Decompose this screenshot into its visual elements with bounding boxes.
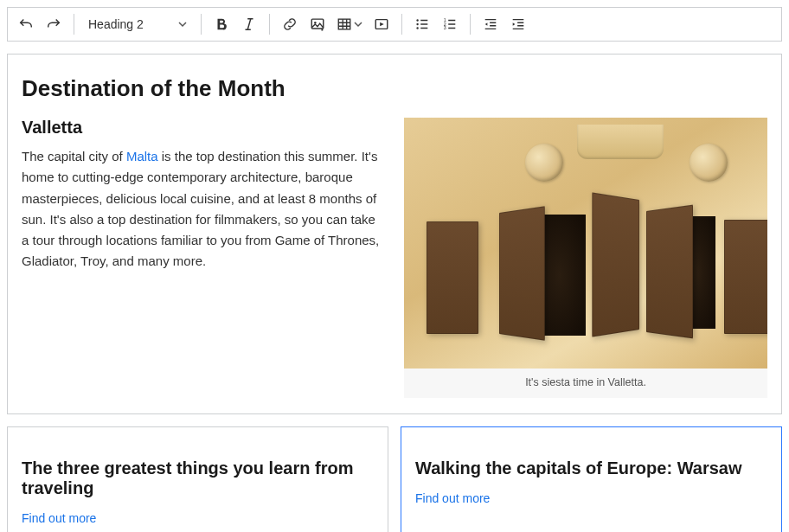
body-text-post: is the top destination this summer. It's…	[22, 149, 379, 268]
related-card[interactable]: The three greatest things you learn from…	[7, 426, 388, 532]
svg-point-5	[416, 23, 418, 25]
table-dropdown-button[interactable]	[332, 11, 367, 37]
toolbar-separator	[401, 14, 402, 35]
left-column[interactable]: Valletta The capital city of Malta is th…	[22, 118, 385, 398]
link-button[interactable]	[277, 11, 303, 37]
image-button[interactable]	[305, 11, 330, 37]
bold-button[interactable]	[208, 11, 234, 37]
headings-dropdown[interactable]: Heading 2	[81, 11, 194, 37]
svg-text:3: 3	[444, 25, 446, 30]
numbered-list-button[interactable]: 123	[437, 11, 463, 37]
media-button[interactable]	[369, 11, 394, 37]
chevron-down-icon	[354, 20, 362, 29]
body-text-pre: The capital city of	[22, 149, 126, 163]
toolbar-separator	[470, 14, 471, 35]
outdent-button[interactable]	[478, 11, 504, 37]
chevron-down-icon	[178, 20, 187, 29]
editor-toolbar: Heading 2 123	[7, 7, 782, 42]
related-card-link[interactable]: Find out more	[22, 511, 96, 525]
svg-point-6	[416, 27, 418, 29]
toolbar-separator	[201, 14, 202, 35]
undo-button[interactable]	[13, 11, 39, 37]
main-content-card[interactable]: Destination of the Month Valletta The ca…	[7, 54, 782, 414]
toolbar-separator	[269, 14, 270, 35]
page-title[interactable]: Destination of the Month	[22, 75, 767, 102]
body-link-malta[interactable]: Malta	[126, 149, 158, 163]
bulleted-list-button[interactable]	[409, 11, 435, 37]
related-card-title[interactable]: Walking the capitals of Europe: Warsaw	[415, 458, 767, 478]
svg-rect-2	[338, 19, 350, 29]
toolbar-separator	[74, 14, 74, 35]
body-paragraph[interactable]: The capital city of Malta is the top des…	[22, 146, 385, 272]
featured-image-figure[interactable]: It's siesta time in Valletta.	[404, 118, 767, 398]
image-caption[interactable]: It's siesta time in Valletta.	[404, 369, 767, 398]
headings-dropdown-label: Heading 2	[88, 17, 144, 31]
redo-button[interactable]	[41, 11, 67, 37]
content-columns: Valletta The capital city of Malta is th…	[22, 118, 767, 398]
related-card-link[interactable]: Find out more	[415, 491, 490, 505]
related-card-title[interactable]: The three greatest things you learn from…	[22, 458, 374, 498]
italic-button[interactable]	[236, 11, 262, 37]
right-column: It's siesta time in Valletta.	[404, 118, 767, 398]
indent-button[interactable]	[505, 11, 531, 37]
related-card[interactable]: Walking the capitals of Europe: Warsaw F…	[401, 426, 782, 532]
city-heading[interactable]: Valletta	[22, 118, 385, 138]
featured-image[interactable]	[404, 118, 767, 369]
related-cards-row: The three greatest things you learn from…	[7, 426, 782, 532]
svg-point-4	[416, 19, 418, 21]
